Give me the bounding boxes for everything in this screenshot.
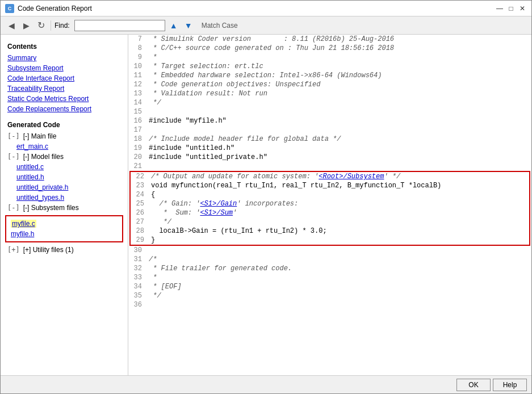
- code-line: 7 * Simulink Coder version : 8.11 (R2016…: [128, 35, 531, 44]
- code-link[interactable]: <Root>/Subsystem: [319, 173, 384, 181]
- forward-button[interactable]: ▶: [20, 19, 32, 32]
- utility-files-toggle: [+]: [7, 246, 20, 254]
- utility-files-label: [+] Utility files (1): [23, 246, 74, 254]
- code-text: localB->Gain = (rtu_In1 + rtu_In2) * 3.0…: [151, 227, 327, 236]
- maximize-button[interactable]: □: [506, 4, 516, 13]
- sidebar-item-traceability-report[interactable]: Traceability Report: [1, 83, 128, 94]
- sidebar-item-static-code-metrics[interactable]: Static Code Metrics Report: [1, 94, 128, 104]
- code-comment: * Code generation objectives: Unspecifie…: [149, 80, 320, 89]
- line-number: 35: [128, 291, 149, 300]
- code-line: 14 */: [128, 98, 531, 107]
- model-files-toggle: [-]: [7, 153, 20, 161]
- code-comment: * Validation result: Not run: [149, 89, 267, 98]
- sidebar-item-code-interface-report[interactable]: Code Interface Report: [1, 73, 128, 83]
- untitled-types-h-link[interactable]: untitled_types.h: [16, 194, 64, 202]
- code-line: 15: [128, 107, 531, 116]
- find-up-button[interactable]: ▲: [167, 19, 180, 32]
- code-comment: /* Gain: '<S1>/Gain' incorporates:: [151, 199, 298, 208]
- code-line: 24 {: [131, 190, 529, 199]
- code-line: 9 *: [128, 53, 531, 62]
- line-number: 23: [131, 181, 151, 190]
- untitled-private-h-link[interactable]: untitled_private.h: [16, 183, 68, 191]
- toolbar: ◀ ▶ ↻ Find: ▲ ▼ Match Case: [1, 16, 531, 35]
- code-link[interactable]: <S1>/Gain: [200, 200, 237, 208]
- help-button[interactable]: Help: [493, 379, 527, 391]
- sidebar-item-code-replacements[interactable]: Code Replacements Report: [1, 104, 128, 114]
- line-number: 34: [128, 282, 149, 291]
- line-number: 7: [128, 35, 149, 44]
- find-down-button[interactable]: ▼: [182, 19, 195, 32]
- tree-item-untitled-h[interactable]: untitled.h: [1, 172, 128, 182]
- code-line: 25 /* Gain: '<S1>/Gain' incorporates:: [131, 199, 529, 208]
- sidebar-item-subsystem-report[interactable]: Subsystem Report: [1, 63, 128, 73]
- line-number: 27: [131, 217, 151, 227]
- untitled-c-link[interactable]: untitled.c: [16, 163, 44, 171]
- code-text: #include "myfile.h": [149, 116, 227, 125]
- line-number: 16: [128, 116, 149, 125]
- code-text: #include "untitled.h": [149, 144, 234, 153]
- sidebar: Contents Summary Subsystem Report Code I…: [1, 35, 128, 375]
- code-line: 22 /* Output and update for atomic syste…: [131, 172, 529, 181]
- app-icon: C: [5, 4, 14, 13]
- main-window: C Code Generation Report — □ ✕ ◀ ▶ ↻ Fin…: [0, 0, 532, 394]
- match-case-label: Match Case: [202, 22, 238, 30]
- back-button[interactable]: ◀: [5, 19, 18, 32]
- code-comment: /* Include model header file for global …: [149, 135, 341, 144]
- code-area: 7 * Simulink Coder version : 8.11 (R2016…: [128, 35, 531, 375]
- code-comment: * Target selection: ert.tlc: [149, 62, 263, 71]
- code-line: 28 localB->Gain = (rtu_In1 + rtu_In2) * …: [131, 227, 529, 236]
- refresh-button[interactable]: ↻: [35, 19, 47, 32]
- tree-item-ert-main[interactable]: ert_main.c: [1, 141, 128, 152]
- utility-files-section[interactable]: [+] [+] Utility files (1): [1, 245, 128, 255]
- generated-code-title: Generated Code: [1, 119, 128, 131]
- line-number: 10: [128, 62, 149, 71]
- line-number: 11: [128, 71, 149, 80]
- code-line: 23 void myfunction(real_T rtu_In1, real_…: [131, 181, 529, 190]
- ok-button[interactable]: OK: [456, 379, 491, 391]
- tree-item-untitled-c[interactable]: untitled.c: [1, 162, 128, 172]
- main-content: Contents Summary Subsystem Report Code I…: [1, 35, 531, 375]
- code-text: #include "untitled_private.h": [149, 153, 267, 162]
- line-number: 30: [128, 246, 149, 255]
- myfile-h-link[interactable]: myfile.h: [11, 230, 34, 238]
- line-number: 13: [128, 89, 149, 98]
- subsystem-files-section[interactable]: [-] [-] Subsystem files: [1, 203, 128, 213]
- main-file-section[interactable]: [-] [-] Main file: [1, 131, 128, 141]
- close-button[interactable]: ✕: [518, 4, 527, 13]
- line-number: 8: [128, 44, 149, 53]
- myfile-c-link[interactable]: myfile.c: [11, 220, 36, 228]
- tree-item-myfile-h[interactable]: myfile.h: [9, 229, 120, 239]
- sidebar-item-summary[interactable]: Summary: [1, 53, 128, 63]
- line-number: 9: [128, 53, 149, 62]
- code-line: 34 * [EOF]: [128, 282, 531, 291]
- code-comment: *: [149, 273, 157, 282]
- ert-main-link[interactable]: ert_main.c: [16, 142, 48, 150]
- code-line: 27 */: [131, 217, 529, 227]
- line-number: 21: [128, 162, 149, 171]
- code-line: 36: [128, 300, 531, 309]
- line-number: 36: [128, 300, 149, 309]
- find-input[interactable]: [74, 20, 165, 31]
- tree-item-myfile-c[interactable]: myfile.c: [9, 219, 120, 229]
- code-line: 35 */: [128, 291, 531, 300]
- main-file-toggle: [-]: [7, 132, 20, 140]
- code-comment: * C/C++ source code generated on : Thu J…: [149, 44, 394, 53]
- minimize-button[interactable]: —: [495, 4, 504, 13]
- untitled-h-link[interactable]: untitled.h: [16, 173, 44, 181]
- subsystem-files-toggle: [-]: [7, 204, 20, 212]
- tree-item-untitled-types-h[interactable]: untitled_types.h: [1, 192, 128, 203]
- line-number: 12: [128, 80, 149, 89]
- code-comment: * Embedded hardware selection: Intel->x8…: [149, 71, 382, 80]
- line-number: 24: [131, 190, 151, 199]
- title-bar: C Code Generation Report — □ ✕: [1, 1, 531, 16]
- code-link[interactable]: <S1>/Sum: [200, 209, 233, 217]
- code-line: 13 * Validation result: Not run: [128, 89, 531, 98]
- code-text: {: [151, 190, 155, 199]
- code-comment: * File trailer for generated code.: [149, 264, 292, 273]
- model-files-section[interactable]: [-] [-] Model files: [1, 152, 128, 162]
- code-comment: * Simulink Coder version : 8.11 (R2016b)…: [149, 35, 394, 44]
- tree-item-untitled-private-h[interactable]: untitled_private.h: [1, 182, 128, 192]
- code-line: 12 * Code generation objectives: Unspeci…: [128, 80, 531, 89]
- code-line: 18 /* Include model header file for glob…: [128, 135, 531, 144]
- code-comment: */: [149, 98, 161, 107]
